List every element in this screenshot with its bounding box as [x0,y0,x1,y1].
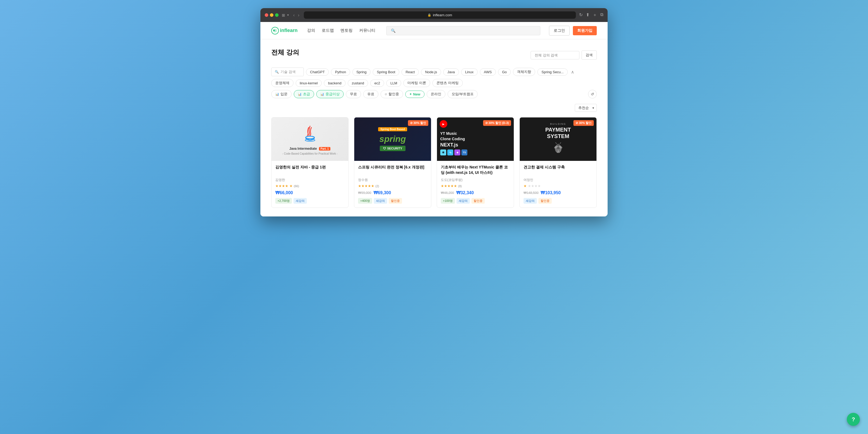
rating-count-spring: (2) [375,184,379,188]
tag-springboot[interactable]: Spring Boot [373,68,399,76]
course-card-java[interactable]: Java Intermediate Part. 1 - Code-Based C… [271,117,348,208]
tag-discounted[interactable]: ⊘ 할인중 [380,90,403,98]
close-button[interactable] [265,13,268,17]
tag-nodejs[interactable]: Node.js [421,68,441,76]
nav-item-community[interactable]: 커뮤니티 [359,28,375,33]
tag-count-spring: +400명 [358,198,372,204]
rating-count-next: (8) [458,184,462,188]
price-original-payment: ₩148,500 [524,191,538,195]
fab-help-button[interactable]: ? [847,413,860,426]
tag-paid[interactable]: 유료 [363,90,378,98]
dropdown-icon[interactable]: ▾ [287,13,289,17]
tag-free[interactable]: 무료 [346,90,361,98]
discount-badge-spring: ⊘ 30% 할인 [408,120,428,126]
sort-select[interactable]: 추천순 최신순 인기순 평점순 [575,104,597,112]
tag-linux-kernel[interactable]: linux-kernel [296,80,322,87]
tag-new-spring: 새강의 [374,198,387,204]
tag-zustand[interactable]: zustand [348,80,368,87]
card-title-next: 기초부터 배우는 Next YTMusic 클론 코딩 (with next.j… [441,165,510,176]
tag-online[interactable]: 온라인 [427,90,445,98]
spring-security-badge: 🛡 SECURITY [380,146,405,151]
price-original-spring: ₩99,000 [358,191,371,195]
tag-ec2[interactable]: ec2 [370,80,384,87]
maximize-button[interactable] [275,13,279,17]
tag-java[interactable]: Java [443,68,459,76]
url-text: inflearn.com [433,13,452,17]
price-sale-spring: ₩69,300 [373,190,391,195]
browser-controls: ⊞ ▾ [282,13,289,18]
logo-text: inflearn [280,28,298,33]
tag-count-java: +2,700명 [275,198,292,204]
svg-point-2 [306,136,314,139]
back-button[interactable]: ‹ [292,12,296,18]
tag-go[interactable]: Go [498,68,511,76]
tag-bootcamp[interactable]: 모임/부트캠프 [447,90,478,98]
search-icon: 🔍 [391,29,396,33]
lock-icon: 🔒 [428,13,431,17]
window-layout-icon[interactable]: ⊞ [282,13,285,18]
signup-button[interactable]: 회원가입 [573,26,597,35]
card-body-java: 김영한의 실전 자바 - 중급 1편 김영한 ★★★★★ (66) ₩66,00… [272,161,348,208]
tag-new[interactable]: ✦ New [405,91,425,98]
card-instructor-java: 김영한 [275,178,344,182]
bee-icon [552,141,565,155]
login-button[interactable]: 로그인 [549,26,569,35]
shield-icon: 🛡 [383,147,386,150]
header-search-bar[interactable]: 🔍 [386,26,540,35]
next-title: YT MusicClone CodingNEXT.js [440,131,510,148]
bar-green2-icon: 📊 [320,93,324,96]
tag-backend[interactable]: backend [324,80,345,87]
nav-links: 강의 로드맵 멘토링 커뮤니티 [307,28,375,33]
share-icon[interactable]: ⬆ [586,12,589,18]
nav-item-mentoring[interactable]: 멘토링 [340,28,352,33]
filter-section: 🔍 기술 검색 ChatGPT Python Spring Spring Boo… [271,67,597,98]
forward-button[interactable]: › [297,12,300,18]
discount-payment-icon: ⊘ [576,121,578,125]
card-tags-payment: 새강의 할인중 [524,198,593,204]
tag-aws[interactable]: AWS [480,68,496,76]
tag-marketing-theory[interactable]: 마케팅 이론 [403,79,430,87]
browser-window: ⊞ ▾ ‹ › 🔒 inflearn.com ↻ ⬆ ＋ ⧉ inflearn [260,8,608,216]
course-card-payment[interactable]: ⊘ 30% 할인 BUILDING PAYMENTSYSTEM [520,117,597,208]
new-tab-icon[interactable]: ＋ [593,12,597,18]
tag-react[interactable]: React [401,68,419,76]
nav-item-courses[interactable]: 강의 [307,28,315,33]
refresh-filters-icon[interactable]: ↺ [588,90,597,98]
tag-os[interactable]: 운영체제 [271,79,293,87]
tag-discount-next: 할인중 [471,198,485,204]
traffic-lights [265,13,279,17]
tabs-icon[interactable]: ⧉ [600,12,603,18]
logo-icon [271,27,279,34]
course-search-button[interactable]: 검색 [582,51,597,60]
tag-beginner[interactable]: 📊 입문 [271,90,291,98]
card-title-java: 김영한의 실전 자바 - 중급 1편 [275,165,344,176]
course-search-input[interactable] [531,51,579,59]
nav-item-roadmap[interactable]: 로드맵 [322,28,334,33]
play-icon: ▶ [440,120,447,128]
course-card-next[interactable]: ⊘ 30% 할인 (D-3) ▶ YT MusicClone CodingNEX… [437,117,514,208]
tag-linux[interactable]: Linux [461,68,478,76]
tag-new-payment: 새강의 [524,198,537,204]
tag-llm[interactable]: LLM [386,80,401,87]
tech-search-input[interactable]: 🔍 기술 검색 [271,67,304,76]
address-bar[interactable]: 🔒 inflearn.com [304,11,576,19]
site-header: inflearn 강의 로드맵 멘토링 커뮤니티 🔍 로그인 회원가입 [260,22,608,39]
course-card-spring[interactable]: ⊘ 30% 할인 Spring Boot Based spring 🛡 SECU… [354,117,431,208]
tech-search-label: 기술 검색 [280,69,296,74]
logo[interactable]: inflearn [271,27,299,34]
course-grid: Java Intermediate Part. 1 - Code-Based C… [271,117,597,208]
header-actions: 로그인 회원가입 [549,26,597,35]
reload-icon[interactable]: ↻ [579,12,583,18]
tag-python[interactable]: Python [331,68,350,76]
tag-spring[interactable]: Spring [352,68,371,76]
tag-content-marketing[interactable]: 콘텐츠 마케팅 [432,79,463,87]
tag-intermediate[interactable]: 📊 중급이상 [316,90,344,98]
collapse-tags-icon[interactable]: ∧ [571,69,574,74]
tag-oop[interactable]: 객체지향 [513,68,535,76]
tag-springsecurity[interactable]: Spring Secu... [537,68,568,76]
percent-icon: ⊘ [384,93,387,96]
tag-chatgpt[interactable]: ChatGPT [306,68,329,76]
minimize-button[interactable] [270,13,273,17]
tag-basic[interactable]: 📊 초급 [294,90,314,98]
prisma-logo: ◈ [454,150,460,155]
